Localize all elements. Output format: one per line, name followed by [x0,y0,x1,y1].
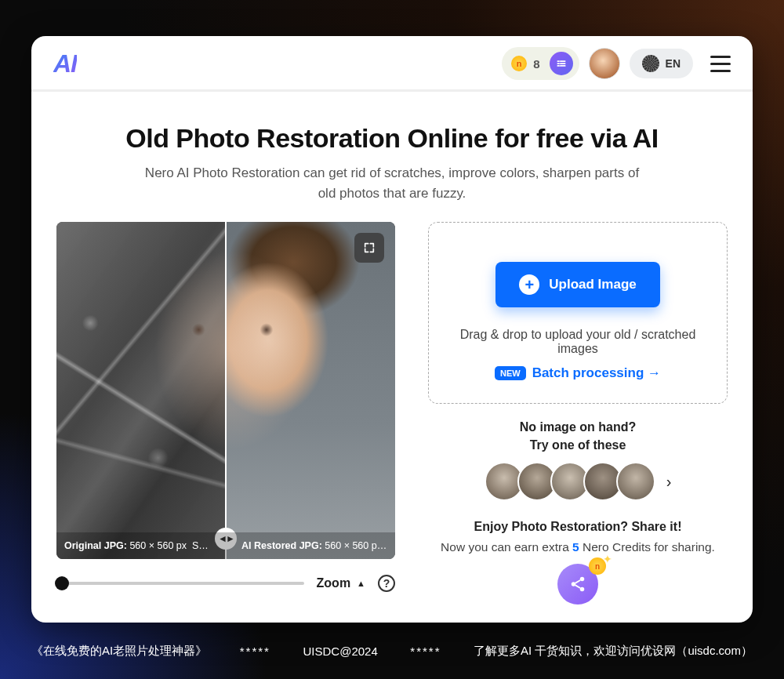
credits-count: 8 [533,57,539,71]
expand-button[interactable] [354,233,384,263]
svg-point-1 [572,583,576,587]
samples-block: No image on hand?Try one of these › [428,418,728,501]
footer-bar: 《在线免费的AI老照片处理神器》 ***** UISDC@2024 ***** … [0,644,784,659]
upload-column: + Upload Image Drag & drop to upload you… [428,222,728,605]
logo[interactable]: AI [53,49,77,78]
original-image [56,222,226,559]
svg-point-0 [580,577,585,582]
restored-info: AI Restored JPG: 560 × 560 px … [226,540,387,551]
zoom-dropdown[interactable]: Zoom ▲ [317,576,365,590]
zoom-slider-thumb[interactable] [55,576,69,590]
topbar: AI n 8 EN [31,36,753,92]
menu-button[interactable] [710,56,731,72]
image-info-bar: Original JPG: 560 × 560 px S… AI Restore… [56,532,395,559]
tasks-icon[interactable] [550,52,573,75]
preview-column: ◄► Original JPG: 560 × 560 px S… AI Rest… [56,222,395,605]
globe-icon [642,55,659,72]
compare-divider[interactable] [225,222,227,559]
credits-pill[interactable]: n 8 [502,47,579,80]
language-selector[interactable]: EN [630,49,693,78]
upload-button[interactable]: + Upload Image [495,262,659,307]
footer-stars-1: ***** [240,645,270,658]
page-subtitle: Nero AI Photo Restoration can get rid of… [141,163,643,203]
app-window: AI n 8 EN Old Photo Restoration Online f… [31,36,753,623]
language-label: EN [666,57,681,70]
hero: Old Photo Restoration Online for free vi… [31,92,753,222]
batch-row: NEW Batch processing → [495,365,661,381]
share-title: Enjoy Photo Restoration? Share it! [428,520,728,534]
footer-mid: UISDC@2024 [303,645,378,658]
original-info: Original JPG: 560 × 560 px S… [64,540,226,551]
topbar-right: n 8 EN [502,47,731,80]
plus-icon: + [519,274,539,295]
footer-right: 了解更多AI 干货知识，欢迎访问优设网（uisdc.com） [474,644,753,659]
avatar[interactable] [589,48,620,79]
new-badge: NEW [495,366,526,380]
sample-thumb-5[interactable] [616,462,655,501]
upload-dropzone[interactable]: + Upload Image Drag & drop to upload you… [428,222,728,404]
main-row: ◄► Original JPG: 560 × 560 px S… AI Rest… [31,222,753,623]
samples-title: No image on hand?Try one of these [428,418,728,454]
zoom-controls: Zoom ▲ ? [56,575,395,592]
sparkle-icon: ✦ [603,553,612,565]
drag-hint: Drag & drop to upload your old / scratch… [445,328,711,356]
footer-stars-2: ***** [410,645,441,658]
footer-left: 《在线免费的AI老照片处理神器》 [31,644,207,659]
batch-processing-link[interactable]: Batch processing → [532,365,661,381]
coin-icon: n [511,56,527,71]
caret-up-icon: ▲ [357,579,365,588]
zoom-slider[interactable] [56,582,304,585]
compare-slider[interactable]: ◄► Original JPG: 560 × 560 px S… AI Rest… [56,222,395,559]
share-subtitle: Now you can earn extra 5 Nero Credits fo… [428,540,728,554]
restored-image [226,222,395,559]
share-block: Enjoy Photo Restoration? Share it! Now y… [428,520,728,605]
share-button[interactable]: n ✦ [557,564,598,605]
help-icon[interactable]: ? [378,575,395,592]
sample-thumbnails: › [428,462,728,501]
svg-point-2 [580,587,585,592]
samples-next-button[interactable]: › [666,473,672,491]
page-title: Old Photo Restoration Online for free vi… [78,123,706,154]
